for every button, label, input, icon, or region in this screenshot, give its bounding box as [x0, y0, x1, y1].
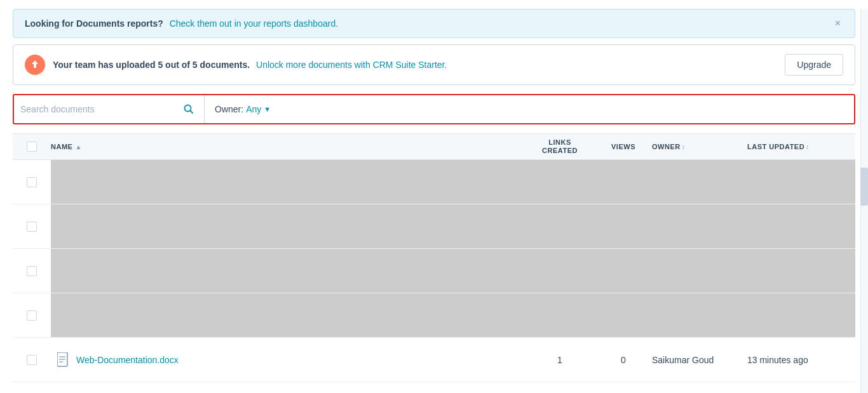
last-updated-sort-icon[interactable]: ↕	[806, 143, 810, 150]
th-last-updated: LAST UPDATED ↕	[747, 143, 855, 150]
doc-links-created: 1	[525, 355, 595, 365]
upgrade-banner-left: Your team has uploaded 5 out of 5 docume…	[25, 55, 447, 75]
reports-banner-close[interactable]: ×	[832, 18, 843, 29]
upgrade-banner: Your team has uploaded 5 out of 5 docume…	[13, 44, 855, 85]
row-checkbox-cell	[13, 177, 51, 187]
search-input-wrapper	[14, 95, 205, 123]
row-content-placeholder	[51, 160, 855, 204]
chevron-down-icon: ▼	[264, 105, 271, 113]
reports-dashboard-link[interactable]: Check them out in your reports dashboard…	[170, 18, 338, 29]
th-name-label: NAME	[51, 143, 72, 150]
row-checkbox-cell	[13, 310, 51, 321]
th-owner-label: OWNER	[652, 143, 681, 150]
row-checkbox-cell	[13, 355, 51, 365]
search-icon	[184, 104, 194, 114]
svg-line-1	[191, 111, 193, 114]
documents-table: NAME ▲ LINKSCREATED VIEWS OWNER ↕ LAST U…	[13, 133, 855, 382]
select-all-checkbox[interactable]	[27, 142, 37, 152]
doc-name-link[interactable]: Web-Documentation.docx	[76, 355, 525, 365]
doc-owner: Saikumar Goud	[652, 355, 747, 365]
scrollbar-thumb[interactable]	[860, 168, 868, 206]
row-checkbox[interactable]	[27, 177, 37, 187]
upgrade-banner-text: Your team has uploaded 5 out of 5 docume…	[53, 60, 447, 70]
upload-arrow-icon	[30, 60, 40, 70]
owner-label: Owner:	[215, 104, 243, 114]
th-last-updated-label: LAST UPDATED	[747, 143, 804, 150]
doc-views: 0	[595, 355, 652, 365]
th-views-label: VIEWS	[611, 143, 635, 150]
table-row	[13, 160, 855, 204]
search-button[interactable]	[180, 104, 198, 114]
reports-banner-main: Looking for Documents reports?	[25, 18, 163, 29]
th-views: VIEWS	[595, 143, 652, 150]
table-header: NAME ▲ LINKSCREATED VIEWS OWNER ↕ LAST U…	[13, 133, 855, 160]
row-content-placeholder	[51, 293, 855, 337]
reports-banner: Looking for Documents reports? Check the…	[13, 9, 855, 38]
row-checkbox[interactable]	[27, 266, 37, 276]
table-row	[13, 293, 855, 338]
table-row	[13, 204, 855, 249]
table-row: Web-Documentation.docx 1 0 Saikumar Goud…	[13, 338, 855, 382]
th-name: NAME ▲	[51, 143, 525, 150]
name-sort-icon[interactable]: ▲	[75, 143, 81, 150]
row-checkbox[interactable]	[27, 355, 37, 365]
row-checkbox-cell	[13, 222, 51, 232]
upgrade-banner-link[interactable]: Unlock more documents with CRM Suite Sta…	[256, 60, 447, 70]
search-bar-container: Owner: Any ▼	[13, 94, 855, 124]
upgrade-button[interactable]: Upgrade	[785, 54, 843, 76]
owner-sort-icon[interactable]: ↕	[682, 143, 686, 150]
table-row	[13, 249, 855, 293]
reports-banner-text: Looking for Documents reports? Check the…	[25, 18, 338, 29]
th-links-created: LINKSCREATED	[525, 138, 595, 155]
row-checkbox[interactable]	[27, 310, 37, 321]
scrollbar[interactable]	[860, 9, 868, 393]
doc-icon	[51, 352, 76, 368]
owner-filter[interactable]: Owner: Any ▼	[205, 95, 281, 123]
th-owner: OWNER ↕	[652, 143, 747, 150]
search-input[interactable]	[20, 104, 180, 114]
row-content-placeholder	[51, 249, 855, 293]
upload-icon	[25, 55, 45, 75]
header-checkbox-cell	[13, 142, 51, 152]
doc-last-updated: 13 minutes ago	[747, 355, 855, 365]
document-file-icon	[57, 352, 70, 368]
upgrade-banner-main: Your team has uploaded 5 out of 5 docume…	[53, 60, 250, 70]
row-checkbox[interactable]	[27, 222, 37, 232]
th-links-created-label: LINKSCREATED	[542, 138, 578, 154]
row-checkbox-cell	[13, 266, 51, 276]
row-content-placeholder	[51, 204, 855, 248]
owner-value: Any	[246, 104, 261, 114]
